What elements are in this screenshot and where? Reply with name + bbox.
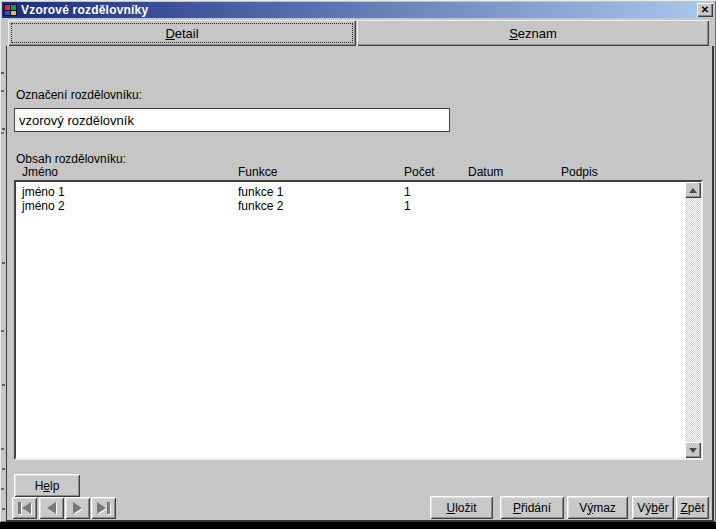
app-icon-pane-yellow: [11, 11, 16, 16]
cell-name: jméno 2: [22, 199, 65, 213]
tab-detail[interactable]: Detail: [8, 20, 356, 46]
scroll-down-button[interactable]: [685, 442, 701, 458]
desktop-background: [0, 522, 716, 529]
vertical-scrollbar[interactable]: [685, 182, 701, 458]
designation-input[interactable]: [14, 108, 450, 132]
app-icon-pane-green: [11, 5, 16, 10]
select-button-label: Výběr: [637, 501, 668, 515]
cell-function: funkce 2: [238, 199, 283, 213]
screen: Vzorové rozdělovníky ✕ Detail Seznam Ozn…: [0, 0, 716, 529]
app-icon: [4, 4, 17, 16]
app-icon-pane-blue: [5, 11, 10, 16]
save-button[interactable]: Uložit: [430, 496, 493, 519]
cell-count: 1: [404, 185, 411, 199]
tab-seznam[interactable]: Seznam: [357, 20, 709, 46]
back-button-label: Zpět: [680, 501, 704, 515]
delete-button-label: Výmaz: [579, 501, 616, 515]
list-column-headers: Jméno Funkce Počet Datum Podpis: [14, 165, 703, 179]
select-button[interactable]: Výběr: [632, 496, 674, 519]
help-button-label: Help: [35, 479, 60, 493]
arrow-down-icon: [689, 448, 697, 453]
distribution-list[interactable]: jméno 1 funkce 1 1 jméno 2 funkce 2 1: [14, 180, 703, 460]
first-record-icon: [18, 502, 21, 514]
close-button[interactable]: ✕: [697, 3, 713, 17]
app-icon-pane-red: [5, 5, 10, 10]
close-icon: ✕: [701, 4, 709, 15]
column-header-count: Počet: [404, 165, 435, 179]
arrow-up-icon: [689, 188, 697, 193]
add-button[interactable]: Přidání: [500, 496, 564, 519]
scroll-up-button[interactable]: [685, 182, 701, 198]
dialog-window: Vzorové rozdělovníky ✕ Detail Seznam Ozn…: [0, 0, 716, 522]
column-header-function: Funkce: [238, 165, 277, 179]
next-record-icon: [73, 502, 82, 514]
next-record-button[interactable]: [65, 497, 90, 519]
add-button-label: Přidání: [513, 501, 551, 515]
window-title: Vzorové rozdělovníky: [21, 3, 148, 17]
previous-record-icon: [47, 502, 56, 514]
save-button-label: Uložit: [446, 501, 476, 515]
table-row[interactable]: jméno 1 funkce 1 1: [16, 185, 701, 199]
back-button[interactable]: Zpět: [676, 496, 709, 519]
delete-button[interactable]: Výmaz: [567, 496, 628, 519]
column-header-date: Datum: [468, 165, 503, 179]
tab-detail-label: Detail: [165, 26, 198, 41]
cell-name: jméno 1: [22, 185, 65, 199]
table-row[interactable]: jméno 2 funkce 2 1: [16, 199, 701, 213]
last-record-button[interactable]: [91, 497, 116, 519]
background-window-fragment: [1, 72, 4, 74]
cell-function: funkce 1: [238, 185, 283, 199]
first-record-button[interactable]: [12, 497, 37, 519]
cell-count: 1: [404, 199, 411, 213]
tab-seznam-label: Seznam: [509, 26, 557, 41]
help-button[interactable]: Help: [14, 474, 80, 497]
column-header-name: Jméno: [22, 165, 58, 179]
content-label: Obsah rozdělovníku:: [16, 152, 126, 166]
last-record-icon: [97, 502, 106, 514]
column-header-signature: Podpis: [561, 165, 598, 179]
titlebar[interactable]: Vzorové rozdělovníky ✕: [2, 2, 714, 18]
designation-label: Označení rozdělovníku:: [16, 88, 142, 102]
previous-record-button[interactable]: [39, 497, 64, 519]
